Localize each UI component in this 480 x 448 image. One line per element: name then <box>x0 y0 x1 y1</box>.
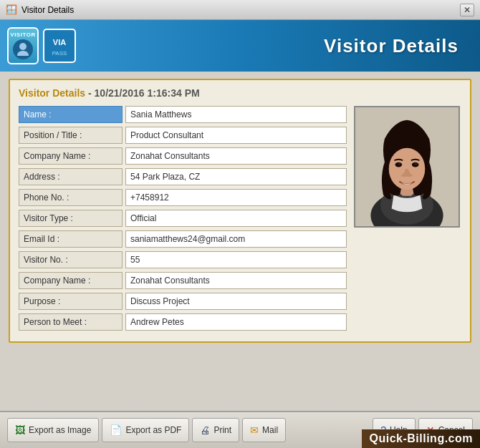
field-label: Name : <box>19 106 123 123</box>
visitor-photo <box>354 106 460 228</box>
export-image-label: Export as Image <box>29 425 91 435</box>
field-label: Phone No. : <box>19 189 123 206</box>
field-value: Zonahat Consultants <box>125 272 347 289</box>
print-icon: 🖨 <box>200 424 210 436</box>
svg-point-0 <box>19 43 27 50</box>
visa-icon: VIA PASS <box>42 27 77 64</box>
field-label: Person to Meet : <box>19 313 123 331</box>
form-row: Name :Sania Matthews <box>19 106 347 123</box>
watermark: Quick-Billing.com <box>362 429 480 448</box>
title-bar: 🪟 Visitor Details ✕ <box>0 0 480 20</box>
visitor-icon <box>15 42 31 57</box>
panel-header: Visitor Details - 10/21/2016 1:16:34 PM <box>19 87 461 99</box>
field-value: Sania Matthews <box>125 106 347 123</box>
field-value: Official <box>125 210 347 227</box>
visitor-photo-svg <box>355 106 459 228</box>
print-label: Print <box>213 425 231 435</box>
field-label: Company Name : <box>19 147 123 165</box>
form-row: Person to Meet :Andrew Petes <box>19 313 347 331</box>
watermark-suffix: Billing.com <box>407 432 473 444</box>
field-label: Purpose : <box>19 293 123 310</box>
badge-avatar <box>13 39 33 59</box>
panel-header-label: Visitor Details <box>19 87 85 99</box>
export-image-icon: 🖼 <box>15 424 25 436</box>
window-title: Visitor Details <box>21 5 460 15</box>
export-pdf-button[interactable]: 📄 Export as PDF <box>102 418 189 442</box>
header-title: Visitor Details <box>79 35 473 57</box>
field-value: Andrew Petes <box>125 313 347 331</box>
form-row: Visitor Type :Official <box>19 210 347 227</box>
field-value: Zonahat Consultants <box>125 147 347 165</box>
export-pdf-label: Export as PDF <box>125 425 181 435</box>
field-label: Company Name : <box>19 272 123 289</box>
svg-text:PASS: PASS <box>52 50 67 57</box>
field-label: Visitor No. : <box>19 251 123 268</box>
print-button[interactable]: 🖨 Print <box>192 418 239 442</box>
mail-icon: ✉ <box>250 424 259 436</box>
visa-logo-icon: VIA PASS <box>42 28 77 64</box>
form-rows: Name :Sania MatthewsPosition / Title :Pr… <box>19 106 347 331</box>
field-value: +7458912 <box>125 189 347 206</box>
header-logo: VISITOR VIA PASS <box>7 24 79 67</box>
field-value: 55 <box>125 251 347 268</box>
watermark-prefix: Quick- <box>369 432 407 444</box>
main-content: Visitor Details - 10/21/2016 1:16:34 PM … <box>0 72 480 411</box>
details-panel: Visitor Details - 10/21/2016 1:16:34 PM … <box>9 79 471 343</box>
field-value: saniamatthews24@gmail.com <box>125 230 347 248</box>
form-row: Phone No. :+7458912 <box>19 189 347 206</box>
form-row: Company Name :Zonahat Consultants <box>19 147 347 165</box>
form-row: Position / Title :Product Consultant <box>19 127 347 144</box>
header-banner: VISITOR VIA PASS Visitor Details <box>0 20 480 72</box>
form-row: Email Id :saniamatthews24@gmail.com <box>19 230 347 248</box>
field-label: Position / Title : <box>19 127 123 144</box>
export-image-button[interactable]: 🖼 Export as Image <box>7 418 99 442</box>
field-label: Visitor Type : <box>19 210 123 227</box>
field-value: Product Consultant <box>125 127 347 144</box>
form-section: Name :Sania MatthewsPosition / Title :Pr… <box>19 106 347 334</box>
field-label: Address : <box>19 168 123 185</box>
svg-point-12 <box>398 163 400 165</box>
window-icon: 🪟 <box>6 4 17 16</box>
panel-header-date: - 10/21/2016 1:16:34 PM <box>88 87 200 99</box>
export-pdf-icon: 📄 <box>110 424 122 436</box>
visitor-badge: VISITOR <box>7 27 39 64</box>
close-button[interactable]: ✕ <box>460 4 474 16</box>
form-row: Company Name :Zonahat Consultants <box>19 272 347 289</box>
svg-point-13 <box>415 163 418 165</box>
content-layout: Name :Sania MatthewsPosition / Title :Pr… <box>19 106 461 334</box>
svg-text:VIA: VIA <box>53 38 66 47</box>
field-value: 54 Park Plaza, CZ <box>125 168 347 185</box>
form-row: Address :54 Park Plaza, CZ <box>19 168 347 185</box>
mail-label: Mail <box>262 425 278 435</box>
mail-button[interactable]: ✉ Mail <box>242 418 286 442</box>
form-row: Purpose :Discuss Project <box>19 293 347 310</box>
form-row: Visitor No. :55 <box>19 251 347 268</box>
field-value: Discuss Project <box>125 293 347 310</box>
field-label: Email Id : <box>19 230 123 248</box>
photo-section <box>354 106 461 334</box>
